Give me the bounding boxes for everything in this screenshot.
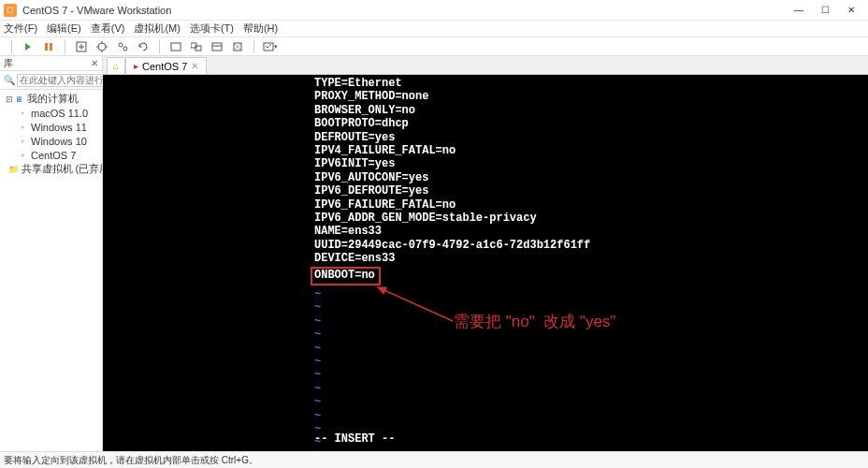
tab-centos7[interactable]: ▸ CentOS 7 ✕ xyxy=(125,57,207,74)
config-line: IPV6_FAILURE_FATAL=no xyxy=(314,198,590,212)
tree-item-centos7[interactable]: ▫ CentOS 7 xyxy=(0,148,102,162)
search-icon: 🔍 xyxy=(4,75,15,85)
config-line: IPV6_AUTOCONF=yes xyxy=(314,171,590,184)
annotation-arrow xyxy=(372,284,456,329)
separator xyxy=(159,40,160,53)
vi-tilde: ~ xyxy=(314,369,321,382)
tree-item-label: Windows 11 xyxy=(31,122,87,133)
tree-item-mycomputer[interactable]: ⊟ 🖥 我的计算机 xyxy=(0,92,102,106)
config-line: DEFROUTE=yes xyxy=(314,131,590,144)
svg-point-3 xyxy=(98,43,106,51)
config-line: IPV6_DEFROUTE=yes xyxy=(314,184,590,197)
status-text: 要将输入定向到该虚拟机，请在虚拟机内部单击或按 Ctrl+G。 xyxy=(4,454,258,467)
vm-tree: ⊟ 🖥 我的计算机 ▫ macOS 11.0 ▫ Windows 11 ▫ Wi… xyxy=(0,90,102,451)
library-sidebar: 库 ✕ 🔍 ▾ ⊟ 🖥 我的计算机 ▫ macOS 11.0 ▫ Windows… xyxy=(0,56,103,451)
console-view-button[interactable] xyxy=(209,39,225,54)
sidebar-header: 库 ✕ xyxy=(0,56,102,71)
vi-mode-indicator: -- INSERT -- xyxy=(314,432,395,446)
vm-icon: ▫ xyxy=(17,123,28,132)
vi-tilde: ~ xyxy=(314,315,321,329)
menu-vm[interactable]: 虚拟机(M) xyxy=(134,22,181,36)
separator xyxy=(11,40,12,53)
vi-tilde: ~ xyxy=(314,383,321,396)
tree-item-shared[interactable]: 📁 共享虚拟机 (已弃用) xyxy=(0,162,102,176)
computer-icon: 🖥 xyxy=(13,95,24,104)
vi-tilde: ~ xyxy=(314,301,321,314)
stretch-button[interactable] xyxy=(229,39,246,54)
vi-tilde: ~ xyxy=(314,356,321,369)
main-area: 库 ✕ 🔍 ▾ ⊟ 🖥 我的计算机 ▫ macOS 11.0 ▫ Windows… xyxy=(0,56,868,451)
annotation-text: 需要把 "no" 改成 "yes" xyxy=(454,313,615,331)
vm-icon: ▫ xyxy=(17,137,28,146)
unity-button[interactable] xyxy=(188,39,205,54)
terminal-content: TYPE=Ethernet PROXY_METHOD=none BROWSER_… xyxy=(314,77,590,285)
config-line: BOOTPROTO=dhcp xyxy=(314,117,590,130)
menu-help[interactable]: 帮助(H) xyxy=(243,22,278,36)
tools-button[interactable]: ▾ xyxy=(262,39,279,54)
vm-console-terminal[interactable]: TYPE=Ethernet PROXY_METHOD=none BROWSER_… xyxy=(103,75,868,451)
tree-item-label: Windows 10 xyxy=(31,136,87,147)
tab-close-button[interactable]: ✕ xyxy=(191,61,198,71)
revert-button[interactable] xyxy=(135,39,152,54)
config-line: NAME=ens33 xyxy=(314,225,590,238)
window-controls: — ☐ ✕ xyxy=(786,1,864,20)
svg-rect-1 xyxy=(50,43,52,51)
toolbar: ▾ xyxy=(0,37,868,56)
minimize-button[interactable]: — xyxy=(786,1,812,20)
tree-item-macos[interactable]: ▫ macOS 11.0 xyxy=(0,106,102,120)
config-line-onboot: ONBOOT=no xyxy=(314,267,590,285)
tree-item-label: 我的计算机 xyxy=(27,92,79,106)
menu-file[interactable]: 文件(F) xyxy=(4,22,37,36)
tree-item-win11[interactable]: ▫ Windows 11 xyxy=(0,120,102,134)
shared-icon: 📁 xyxy=(8,165,19,174)
sidebar-search: 🔍 ▾ xyxy=(0,71,102,90)
home-icon: ⌂ xyxy=(113,61,119,71)
config-line: IPV4_FAILURE_FATAL=no xyxy=(314,144,590,157)
onboot-highlight: ONBOOT=no xyxy=(311,267,381,285)
tree-item-label: macOS 11.0 xyxy=(31,108,88,119)
vm-icon: ▸ xyxy=(134,61,138,71)
vi-tilde: ~ xyxy=(314,343,321,356)
tab-label: CentOS 7 xyxy=(142,61,187,72)
pause-button[interactable] xyxy=(40,39,57,54)
menu-tabs[interactable]: 选项卡(T) xyxy=(190,22,234,36)
separator xyxy=(253,40,254,53)
svg-point-4 xyxy=(119,43,123,47)
config-line: TYPE=Ethernet xyxy=(314,77,590,90)
config-line: IPV6_ADDR_GEN_MODE=stable-privacy xyxy=(314,212,590,225)
vi-tilde: ~ xyxy=(314,288,321,301)
snapshot-manager-button[interactable] xyxy=(114,39,131,54)
config-line: UUID=29449cac-07f9-4792-a1c6-72d3b12f61f… xyxy=(314,239,590,252)
expand-toggle[interactable]: ⊟ xyxy=(6,95,13,104)
config-line: PROXY_METHOD=none xyxy=(314,90,590,103)
titlebar: ▢ CentOS 7 - VMware Workstation — ☐ ✕ xyxy=(0,0,868,21)
menu-view[interactable]: 查看(V) xyxy=(91,22,125,36)
svg-rect-6 xyxy=(171,43,181,51)
close-button[interactable]: ✕ xyxy=(838,1,864,20)
send-ctrl-alt-del-button[interactable] xyxy=(73,39,90,54)
config-line: IPV6INIT=yes xyxy=(314,157,590,170)
window-title: CentOS 7 - VMware Workstation xyxy=(22,5,786,16)
tab-home[interactable]: ⌂ xyxy=(107,57,125,74)
statusbar: 要将输入定向到该虚拟机，请在虚拟机内部单击或按 Ctrl+G。 xyxy=(0,451,868,468)
fullscreen-button[interactable] xyxy=(167,39,184,54)
tree-item-label: CentOS 7 xyxy=(31,150,76,161)
config-line: DEVICE=ens33 xyxy=(314,252,590,265)
maximize-button[interactable]: ☐ xyxy=(812,1,838,20)
svg-rect-9 xyxy=(212,43,222,51)
snapshot-button[interactable] xyxy=(94,39,110,54)
tree-item-win10[interactable]: ▫ Windows 10 xyxy=(0,134,102,148)
menu-edit[interactable]: 编辑(E) xyxy=(47,22,81,36)
tree-item-label: 共享虚拟机 (已弃用) xyxy=(22,162,102,176)
app-icon: ▢ xyxy=(4,4,17,17)
svg-rect-0 xyxy=(45,43,48,51)
vi-tilde: ~ xyxy=(314,329,321,342)
vi-tilde: ~ xyxy=(314,396,321,409)
power-on-button[interactable] xyxy=(20,39,36,54)
separator xyxy=(65,40,65,53)
sidebar-title: 库 xyxy=(4,57,91,70)
content-area: ⌂ ▸ CentOS 7 ✕ TYPE=Ethernet PROXY_METHO… xyxy=(103,56,868,451)
vm-icon: ▫ xyxy=(17,151,28,160)
sidebar-close-button[interactable]: ✕ xyxy=(91,58,98,68)
svg-point-5 xyxy=(123,47,127,51)
